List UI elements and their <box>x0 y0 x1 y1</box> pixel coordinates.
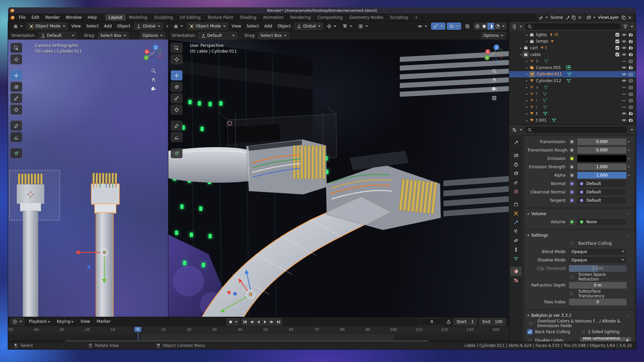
panel-header[interactable]: ▾Volume <box>527 210 631 218</box>
menu-render[interactable]: Render <box>42 14 63 20</box>
properties-tab-object[interactable] <box>510 209 522 218</box>
tool-annotate[interactable] <box>10 121 22 131</box>
outliner-row-r[interactable]: ▸r <box>509 104 636 111</box>
stopwatch-icon[interactable] <box>446 319 451 324</box>
tool-annotate[interactable] <box>171 121 182 131</box>
pivot-point-button[interactable] <box>164 22 168 30</box>
tab-sculpting[interactable]: Sculpting <box>151 14 176 21</box>
mode-selector[interactable]: Object Mode <box>26 22 68 30</box>
properties-tab-physics[interactable] <box>510 236 522 245</box>
timeline-track[interactable] <box>8 334 509 340</box>
property-field[interactable]: Opaque <box>569 256 627 264</box>
jump-start-button[interactable] <box>241 318 248 325</box>
checkbox-back-face-culling[interactable]: Back Face Culling <box>527 329 578 335</box>
property-field[interactable]: Default <box>569 188 627 196</box>
add-workspace-button[interactable]: + <box>411 14 421 21</box>
property-field[interactable]: None <box>569 218 627 226</box>
drag-dropdown[interactable]: Select Box <box>98 32 128 39</box>
properties-tab-modifiers[interactable] <box>510 218 522 227</box>
nav-ortho-button[interactable] <box>492 96 497 102</box>
xray-toggle[interactable] <box>463 22 472 30</box>
property-field[interactable]: 0 <box>569 299 627 305</box>
tool-select-box[interactable] <box>171 43 182 53</box>
proportional-editing-button[interactable] <box>356 22 370 30</box>
tool-add-cube[interactable] <box>10 148 22 158</box>
hide-viewport-toggle[interactable] <box>621 39 627 44</box>
panel-header[interactable]: ▾Babylon.js ver 3.3.1 <box>527 312 631 319</box>
shading-material[interactable] <box>487 23 494 29</box>
gizmos-toggle[interactable] <box>431 22 445 30</box>
property-field[interactable]: Default <box>569 180 627 187</box>
disable-render-toggle[interactable] <box>627 92 634 97</box>
menu-select[interactable]: Select <box>244 23 261 29</box>
outliner-row-lights[interactable]: ▸lights35 <box>509 32 636 38</box>
outliner-row-b[interactable]: ▸b <box>509 58 636 64</box>
next-keyframe-button[interactable] <box>268 318 275 325</box>
snap-button[interactable] <box>340 22 355 30</box>
frame-end-field[interactable]: End100 <box>479 318 506 325</box>
outliner-row-t-001[interactable]: ▸t.001 <box>509 117 636 124</box>
dropdown-shadow-mode[interactable]: Opaque <box>569 256 627 264</box>
value-slider[interactable]: 1.000 <box>577 172 627 179</box>
nav-camera-button[interactable] <box>492 86 497 93</box>
property-field[interactable]: Default <box>569 197 627 204</box>
value-slider[interactable]: 0.500 <box>569 265 627 272</box>
properties-search-input[interactable] <box>524 126 628 133</box>
value-slider[interactable]: 0 m <box>569 282 627 289</box>
copy-icon[interactable] <box>621 15 626 20</box>
playhead-line[interactable] <box>138 334 139 340</box>
disable-render-toggle[interactable] <box>627 65 634 70</box>
color-swatch[interactable] <box>577 155 627 162</box>
properties-tab-collection[interactable] <box>510 200 522 209</box>
shading-wireframe[interactable] <box>474 23 481 29</box>
hide-viewport-toggle[interactable] <box>621 65 627 70</box>
tool-add-cube[interactable] <box>171 148 182 158</box>
play-reverse-button[interactable] <box>255 318 262 325</box>
checkbox-field[interactable]: Subsurface Translucency <box>569 289 627 298</box>
disclosure-triangle[interactable]: ▸ <box>525 119 529 122</box>
nav-zoom-button[interactable] <box>492 68 497 74</box>
menu-view[interactable]: View <box>229 23 244 29</box>
properties-tab-world[interactable] <box>510 187 522 196</box>
viewport-editor-button[interactable] <box>171 22 185 30</box>
link-field[interactable]: Default <box>577 197 627 204</box>
menu-add[interactable]: Add <box>102 23 114 29</box>
menu-file[interactable]: File <box>16 14 29 20</box>
properties-editor-icon[interactable] <box>512 127 517 132</box>
property-field[interactable]: 0.500 <box>569 265 627 272</box>
animate-property-dot[interactable] <box>628 158 630 159</box>
navigation-gizmo[interactable]: Z X Y <box>483 42 505 65</box>
number-field-max-simultaneous-lig[interactable]: Max Simultaneous Lig4 <box>580 337 631 342</box>
mode-selector[interactable]: Object Mode <box>187 22 228 30</box>
disable-render-toggle[interactable] <box>627 85 634 90</box>
property-field[interactable]: 1.000 <box>569 172 627 179</box>
outliner-row-Cylinder-011[interactable]: ▸Cylinder.011 <box>509 71 636 78</box>
menu-object[interactable]: Object <box>115 23 132 29</box>
disable-render-toggle[interactable] <box>627 32 634 37</box>
filter-icon[interactable] <box>623 24 628 29</box>
options-dropdown[interactable]: Options <box>481 32 506 39</box>
hide-viewport-toggle[interactable] <box>621 78 627 83</box>
outliner-row-cable[interactable]: ▾cable <box>509 51 636 58</box>
outliner-search-input[interactable] <box>524 23 621 30</box>
drag-dropdown[interactable]: Select Box <box>258 32 289 39</box>
disable-render-toggle[interactable] <box>627 105 634 110</box>
jump-end-button[interactable] <box>275 318 282 325</box>
close-icon[interactable] <box>577 15 582 20</box>
disable-render-toggle[interactable] <box>627 52 634 57</box>
disable-render-toggle[interactable] <box>627 39 634 44</box>
viewport-editor-button[interactable] <box>11 22 25 30</box>
property-field[interactable]: 0.000 <box>569 147 627 154</box>
timeline-menu-keying[interactable]: Keying <box>54 318 77 324</box>
menu-help[interactable]: Help <box>85 14 100 20</box>
properties-tab-material[interactable] <box>510 267 522 276</box>
current-frame-badge[interactable]: 0 <box>135 327 142 332</box>
collection-exclude-toggle[interactable] <box>614 52 621 57</box>
collection-exclude-toggle[interactable] <box>614 32 621 37</box>
disable-render-toggle[interactable] <box>627 59 634 64</box>
animate-property-dot[interactable] <box>628 166 630 168</box>
disclosure-triangle[interactable]: ▸ <box>525 66 529 69</box>
collection-exclude-toggle[interactable] <box>614 45 621 50</box>
properties-tab-tool[interactable] <box>510 138 522 147</box>
pin-icon[interactable] <box>565 15 570 20</box>
